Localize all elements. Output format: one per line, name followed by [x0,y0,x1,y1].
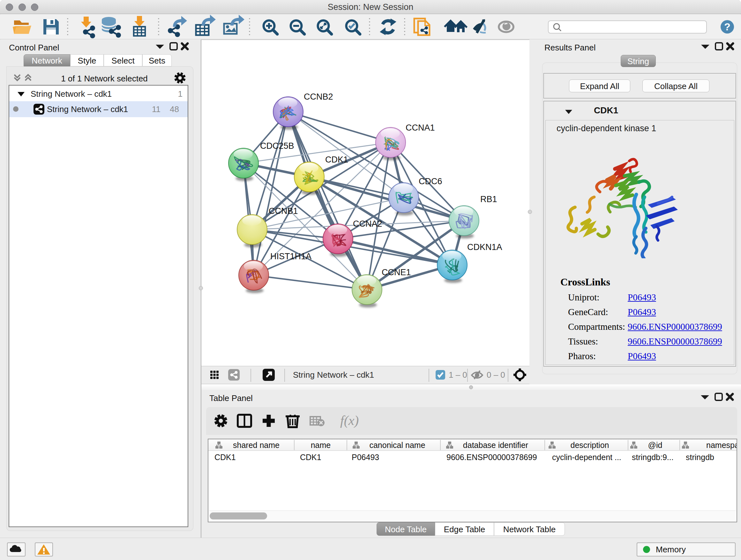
svg-text:CCNE1: CCNE1 [382,267,411,277]
svg-text:@id: @id [648,441,663,449]
svg-text:CCNB2: CCNB2 [304,92,333,102]
svg-text:CDKN1A: CDKN1A [467,242,502,252]
svg-text:1 – 0: 1 – 0 [449,370,467,380]
svg-text:namespac: namespac [706,441,737,449]
svg-text:CCNB1: CCNB1 [269,206,298,216]
svg-text:1 of 1 Network selected: 1 of 1 Network selected [61,74,148,83]
svg-text:name: name [311,441,331,449]
svg-text:?: ? [724,21,731,33]
svg-text:CDC25B: CDC25B [260,141,294,151]
svg-text:HIST1H1A: HIST1H1A [270,252,312,261]
svg-text:canonical name: canonical name [369,441,425,449]
svg-text:CDC6: CDC6 [419,177,442,186]
svg-text:description: description [570,441,609,449]
svg-text:CCNA2: CCNA2 [353,219,382,229]
svg-text:f(x): f(x) [340,413,359,428]
svg-text:String Network – cdk1: String Network – cdk1 [293,370,374,380]
svg-text:database identifier: database identifier [463,441,528,449]
svg-text:CCNA1: CCNA1 [406,123,435,132]
svg-text:CDK1: CDK1 [325,155,348,165]
svg-text:RB1: RB1 [480,194,497,204]
svg-text:shared name: shared name [233,441,280,449]
svg-text:0 – 0: 0 – 0 [487,370,505,380]
